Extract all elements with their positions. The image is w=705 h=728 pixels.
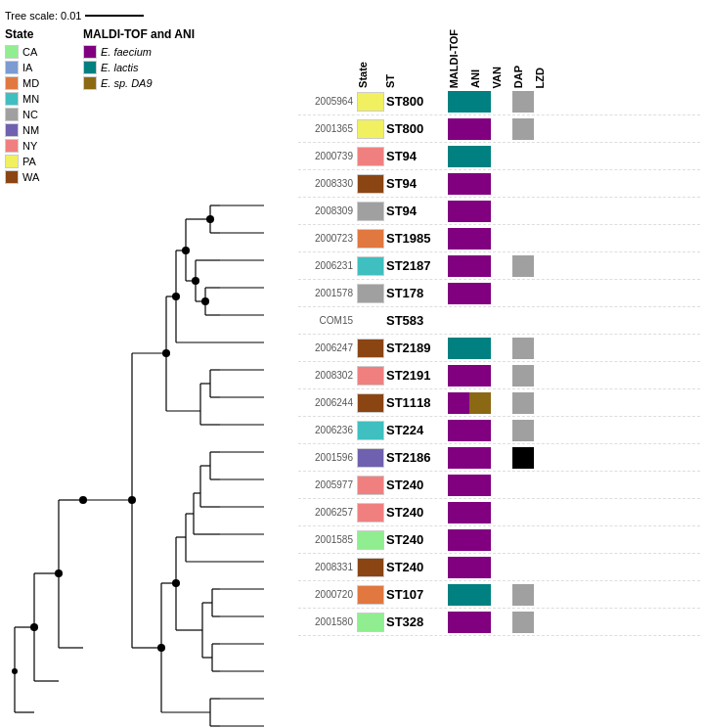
- cell-van: [491, 146, 512, 167]
- cell-st: ST583: [384, 313, 448, 328]
- cell-van: [491, 365, 512, 387]
- table-row: 2005977ST240: [298, 472, 700, 499]
- cell-lzd: [534, 502, 555, 523]
- cell-ani: [469, 557, 491, 578]
- state-color-NY: [5, 139, 19, 153]
- cell-maldi: [448, 529, 469, 551]
- cell-lzd: [534, 118, 555, 140]
- cell-state-color: [357, 174, 384, 194]
- row-id: 2008330: [298, 178, 357, 189]
- cell-van: [491, 529, 512, 551]
- cell-st: ST240: [384, 478, 448, 492]
- cell-van: [491, 283, 512, 304]
- row-id: 2006247: [298, 342, 357, 353]
- tree-canvas: .tree-line { stroke: #000; stroke-width:…: [5, 192, 298, 728]
- cell-state-color: [357, 256, 384, 276]
- cell-maldi: [448, 365, 469, 387]
- cell-ani: [469, 228, 491, 250]
- header-lzd: LZD: [534, 66, 555, 88]
- row-id: 2001365: [298, 123, 357, 134]
- cell-lzd: [534, 173, 555, 195]
- cell-st: ST2191: [384, 368, 448, 383]
- cell-ani: [469, 365, 491, 387]
- cell-maldi: [448, 557, 469, 578]
- cell-state-color: [357, 119, 384, 139]
- tree-scale: Tree scale: 0.01: [5, 10, 298, 22]
- cell-ani: [469, 502, 491, 523]
- cell-ani: [469, 338, 491, 359]
- cell-ani: [469, 146, 491, 167]
- maldi-label-faecium: E. faecium: [101, 45, 152, 59]
- cell-maldi: [448, 118, 469, 140]
- cell-st: ST240: [384, 505, 448, 520]
- table-row: 2001585ST240: [298, 526, 700, 554]
- cell-state-color: [357, 393, 384, 413]
- cell-maldi: [448, 283, 469, 304]
- cell-state-color: [357, 476, 384, 495]
- table-row: 2000720ST107: [298, 581, 700, 609]
- cell-van: [491, 173, 512, 195]
- state-color-WA: [5, 170, 19, 184]
- cell-maldi: [448, 612, 469, 633]
- cell-st: ST94: [384, 204, 448, 218]
- cell-ani: [469, 612, 491, 633]
- cell-state-color: [357, 558, 384, 577]
- legend-state-NM: NM: [5, 123, 83, 137]
- cell-state-color: [357, 421, 384, 440]
- table-row: 2006247ST2189: [298, 335, 700, 362]
- maldi-legend-title: MALDI-TOF and ANI: [83, 27, 240, 41]
- header-dap: DAP: [512, 64, 534, 88]
- cell-st: ST107: [384, 587, 448, 602]
- header-state: State: [357, 60, 384, 88]
- cell-lzd: [534, 283, 555, 304]
- cell-maldi: [448, 91, 469, 113]
- cell-ani: [469, 529, 491, 551]
- cell-van: [491, 228, 512, 250]
- cell-st: ST178: [384, 286, 448, 300]
- state-color-CA: [5, 45, 19, 59]
- maldi-color-faecium: [83, 45, 97, 59]
- row-id: 2001596: [298, 452, 357, 463]
- cell-van: [491, 420, 512, 441]
- header-maldi: MALDI-TOF: [448, 27, 469, 88]
- row-id: 2005964: [298, 96, 357, 107]
- cell-maldi: [448, 228, 469, 250]
- state-label-NC: NC: [22, 108, 38, 121]
- cell-ani: [469, 173, 491, 195]
- state-color-MN: [5, 92, 19, 106]
- cell-lzd: [534, 338, 555, 359]
- cell-state-color: [357, 448, 384, 468]
- state-label-NM: NM: [22, 123, 39, 137]
- row-id: 2008302: [298, 370, 357, 381]
- cell-state-color: [357, 311, 384, 331]
- cell-maldi: [448, 255, 469, 277]
- row-id: 2005977: [298, 479, 357, 490]
- cell-dap: [512, 557, 534, 578]
- cell-van: [491, 475, 512, 496]
- cell-van: [491, 338, 512, 359]
- cell-state-color: [357, 503, 384, 523]
- header-van: VAN: [491, 65, 512, 88]
- cell-st: ST224: [384, 423, 448, 437]
- cell-dap: [512, 475, 534, 496]
- cell-lzd: [534, 310, 555, 332]
- table-row: 2005964ST800: [298, 88, 700, 115]
- cell-ani: [469, 420, 491, 441]
- cell-lzd: [534, 146, 555, 167]
- legend-state-MN: MN: [5, 92, 83, 106]
- cell-dap: [512, 310, 534, 332]
- cell-dap: [512, 146, 534, 167]
- cell-dap: [512, 447, 534, 469]
- maldi-label-da9: E. sp. DA9: [101, 76, 153, 90]
- cell-st: ST240: [384, 532, 448, 547]
- cell-dap: [512, 420, 534, 441]
- cell-ani: [469, 118, 491, 140]
- cell-ani: [469, 283, 491, 304]
- state-legend-title: State: [5, 27, 83, 41]
- cell-maldi: [448, 502, 469, 523]
- table-row: 2000723ST1985: [298, 225, 700, 252]
- row-id: 2008331: [298, 562, 357, 572]
- cell-dap: [512, 228, 534, 250]
- right-panel: State ST MALDI-TOF ANI VAN DAP LZD 20059…: [298, 10, 700, 728]
- tree-scale-label: Tree scale: 0.01: [5, 10, 81, 22]
